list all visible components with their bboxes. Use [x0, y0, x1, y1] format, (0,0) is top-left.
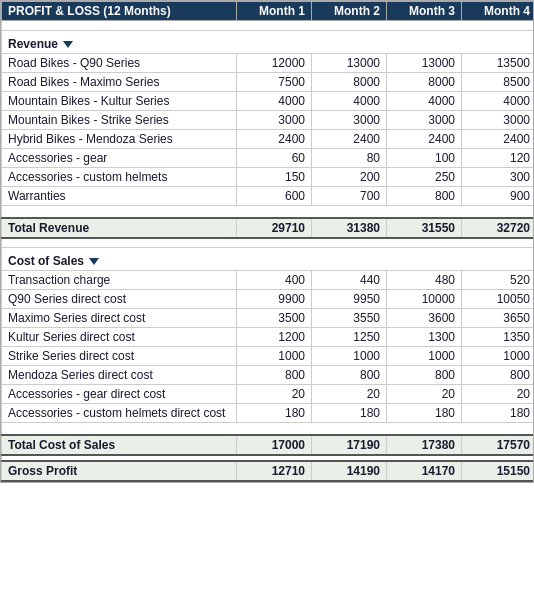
- table-row: Accessories - custom helmets 150 200 250…: [2, 168, 535, 187]
- row-label: Strike Series direct cost: [2, 347, 237, 366]
- table-row: Warranties 600 700 800 900: [2, 187, 535, 206]
- row-m1: 800: [237, 366, 312, 385]
- total-cos-m1: 17000: [237, 435, 312, 455]
- row-m1: 60: [237, 149, 312, 168]
- gross-profit-m1: 12710: [237, 461, 312, 481]
- row-m2: 2400: [312, 130, 387, 149]
- row-label: Accessories - gear direct cost: [2, 385, 237, 404]
- table-row: Mountain Bikes - Strike Series 3000 3000…: [2, 111, 535, 130]
- row-m2: 700: [312, 187, 387, 206]
- row-m4: 1000: [462, 347, 535, 366]
- row-m3: 180: [387, 404, 462, 423]
- total-cos-label: Total Cost of Sales: [2, 435, 237, 455]
- row-m3: 8000: [387, 73, 462, 92]
- row-m2: 3000: [312, 111, 387, 130]
- row-m2: 800: [312, 366, 387, 385]
- row-label: Mountain Bikes - Kultur Series: [2, 92, 237, 111]
- gross-profit-m4: 15150: [462, 461, 535, 481]
- row-m1: 9900: [237, 290, 312, 309]
- table-row: Hybrid Bikes - Mendoza Series 2400 2400 …: [2, 130, 535, 149]
- gross-profit-label: Gross Profit: [2, 461, 237, 481]
- row-m4: 8500: [462, 73, 535, 92]
- total-cos-m4: 17570: [462, 435, 535, 455]
- table-row: Mendoza Series direct cost 800 800 800 8…: [2, 366, 535, 385]
- row-m4: 3650: [462, 309, 535, 328]
- row-m1: 1200: [237, 328, 312, 347]
- cos-collapse-arrow[interactable]: [89, 258, 99, 265]
- row-m2: 80: [312, 149, 387, 168]
- total-revenue-m2: 31380: [312, 218, 387, 238]
- row-m1: 4000: [237, 92, 312, 111]
- row-m1: 400: [237, 271, 312, 290]
- row-label: Accessories - gear: [2, 149, 237, 168]
- row-m2: 4000: [312, 92, 387, 111]
- row-m3: 1300: [387, 328, 462, 347]
- col-month2-header: Month 2: [312, 2, 387, 21]
- table-row: Accessories - gear direct cost 20 20 20 …: [2, 385, 535, 404]
- col-month1-header: Month 1: [237, 2, 312, 21]
- row-label: Warranties: [2, 187, 237, 206]
- total-cos-m2: 17190: [312, 435, 387, 455]
- row-m1: 12000: [237, 54, 312, 73]
- table-row: Accessories - gear 60 80 100 120: [2, 149, 535, 168]
- row-label: Mendoza Series direct cost: [2, 366, 237, 385]
- table-row: Road Bikes - Maximo Series 7500 8000 800…: [2, 73, 535, 92]
- row-m3: 3000: [387, 111, 462, 130]
- total-revenue-row: Total Revenue 29710 31380 31550 32720: [2, 218, 535, 238]
- gross-profit-row: Gross Profit 12710 14190 14170 15150: [2, 461, 535, 481]
- row-m1: 3000: [237, 111, 312, 130]
- row-m1: 600: [237, 187, 312, 206]
- row-m2: 20: [312, 385, 387, 404]
- row-m3: 3600: [387, 309, 462, 328]
- row-m4: 120: [462, 149, 535, 168]
- row-m3: 1000: [387, 347, 462, 366]
- table-row: Mountain Bikes - Kultur Series 4000 4000…: [2, 92, 535, 111]
- total-cos-row: Total Cost of Sales 17000 17190 17380 17…: [2, 435, 535, 455]
- row-label: Transaction charge: [2, 271, 237, 290]
- table-row: Maximo Series direct cost 3500 3550 3600…: [2, 309, 535, 328]
- row-m3: 100: [387, 149, 462, 168]
- row-m4: 1350: [462, 328, 535, 347]
- row-m3: 10000: [387, 290, 462, 309]
- cos-section-label: Cost of Sales: [2, 248, 535, 271]
- row-m3: 2400: [387, 130, 462, 149]
- row-m2: 9950: [312, 290, 387, 309]
- row-m4: 520: [462, 271, 535, 290]
- row-m2: 1250: [312, 328, 387, 347]
- row-label: Kultur Series direct cost: [2, 328, 237, 347]
- total-revenue-m4: 32720: [462, 218, 535, 238]
- table-row: Strike Series direct cost 1000 1000 1000…: [2, 347, 535, 366]
- revenue-collapse-arrow[interactable]: [63, 41, 73, 48]
- row-m4: 180: [462, 404, 535, 423]
- row-m4: 900: [462, 187, 535, 206]
- row-label: Maximo Series direct cost: [2, 309, 237, 328]
- row-m3: 800: [387, 187, 462, 206]
- row-label: Accessories - custom helmets: [2, 168, 237, 187]
- row-m2: 13000: [312, 54, 387, 73]
- row-m1: 20: [237, 385, 312, 404]
- row-m2: 1000: [312, 347, 387, 366]
- row-label: Hybrid Bikes - Mendoza Series: [2, 130, 237, 149]
- row-m1: 7500: [237, 73, 312, 92]
- row-m1: 1000: [237, 347, 312, 366]
- row-m4: 800: [462, 366, 535, 385]
- total-revenue-label: Total Revenue: [2, 218, 237, 238]
- row-m4: 10050: [462, 290, 535, 309]
- row-m4: 3000: [462, 111, 535, 130]
- table-row: Transaction charge 400 440 480 520: [2, 271, 535, 290]
- row-m4: 300: [462, 168, 535, 187]
- row-m1: 180: [237, 404, 312, 423]
- row-label: Road Bikes - Maximo Series: [2, 73, 237, 92]
- row-m1: 2400: [237, 130, 312, 149]
- col-month4-header: Month 4: [462, 2, 535, 21]
- row-label: Road Bikes - Q90 Series: [2, 54, 237, 73]
- row-m1: 3500: [237, 309, 312, 328]
- row-m3: 800: [387, 366, 462, 385]
- total-cos-m3: 17380: [387, 435, 462, 455]
- row-m2: 180: [312, 404, 387, 423]
- row-m2: 440: [312, 271, 387, 290]
- col-month3-header: Month 3: [387, 2, 462, 21]
- table-row: Road Bikes - Q90 Series 12000 13000 1300…: [2, 54, 535, 73]
- profit-loss-table: PROFIT & LOSS (12 Months) Month 1 Month …: [0, 0, 534, 483]
- row-m2: 8000: [312, 73, 387, 92]
